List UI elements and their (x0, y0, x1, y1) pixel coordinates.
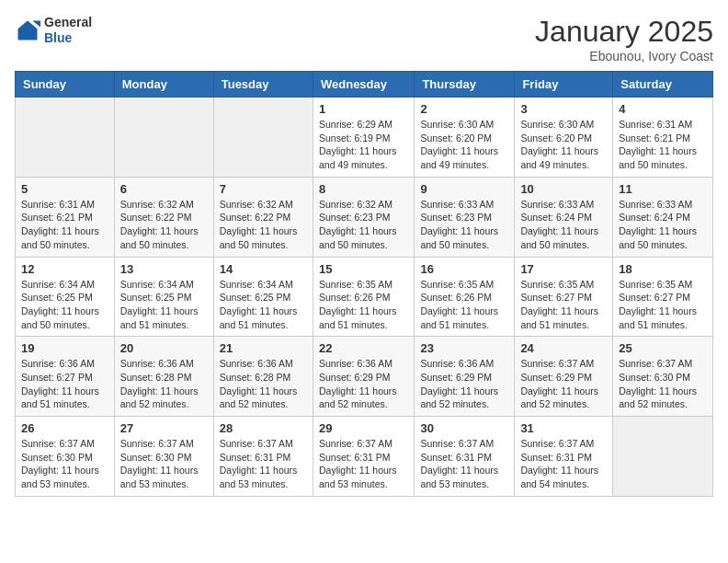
day-number: 31 (520, 421, 607, 435)
day-info: Sunrise: 6:31 AMSunset: 6:21 PMDaylight:… (21, 198, 108, 252)
day-info: Sunrise: 6:36 AMSunset: 6:27 PMDaylight:… (21, 357, 108, 411)
location: Ebounou, Ivory Coast (535, 49, 713, 63)
day-info: Sunrise: 6:30 AMSunset: 6:20 PMDaylight:… (420, 118, 508, 172)
day-info: Sunrise: 6:35 AMSunset: 6:27 PMDaylight:… (619, 278, 707, 332)
day-cell: 26Sunrise: 6:37 AMSunset: 6:30 PMDayligh… (16, 417, 115, 497)
day-number: 24 (520, 341, 607, 355)
day-info: Sunrise: 6:33 AMSunset: 6:24 PMDaylight:… (619, 198, 707, 252)
day-number: 25 (619, 341, 707, 355)
day-number: 16 (420, 262, 508, 276)
day-cell: 9Sunrise: 6:33 AMSunset: 6:23 PMDaylight… (415, 177, 515, 257)
day-number: 2 (420, 102, 508, 116)
day-info: Sunrise: 6:32 AMSunset: 6:22 PMDaylight:… (120, 198, 208, 252)
day-cell: 22Sunrise: 6:36 AMSunset: 6:29 PMDayligh… (313, 337, 414, 417)
day-cell: 15Sunrise: 6:35 AMSunset: 6:26 PMDayligh… (313, 257, 414, 337)
day-number: 18 (619, 262, 707, 276)
day-number: 27 (120, 421, 208, 435)
day-number: 5 (21, 182, 108, 196)
day-info: Sunrise: 6:37 AMSunset: 6:31 PMDaylight:… (520, 437, 607, 491)
page-header: General Blue January 2025 Ebounou, Ivory… (15, 15, 713, 63)
day-info: Sunrise: 6:29 AMSunset: 6:19 PMDaylight:… (319, 118, 408, 172)
day-cell: 13Sunrise: 6:34 AMSunset: 6:25 PMDayligh… (114, 257, 213, 337)
day-number: 6 (120, 182, 208, 196)
day-info: Sunrise: 6:37 AMSunset: 6:30 PMDaylight:… (619, 357, 707, 411)
day-info: Sunrise: 6:37 AMSunset: 6:31 PMDaylight:… (220, 437, 307, 491)
weekday-header-sunday: Sunday (16, 72, 115, 98)
week-row-5: 26Sunrise: 6:37 AMSunset: 6:30 PMDayligh… (16, 417, 713, 497)
weekday-header-wednesday: Wednesday (313, 72, 414, 98)
logo: General Blue (15, 15, 92, 46)
day-cell: 4Sunrise: 6:31 AMSunset: 6:21 PMDaylight… (613, 98, 713, 178)
day-info: Sunrise: 6:30 AMSunset: 6:20 PMDaylight:… (520, 118, 607, 172)
weekday-header-monday: Monday (114, 72, 213, 98)
day-info: Sunrise: 6:37 AMSunset: 6:30 PMDaylight:… (21, 437, 108, 491)
day-cell: 1Sunrise: 6:29 AMSunset: 6:19 PMDaylight… (313, 98, 414, 178)
week-row-4: 19Sunrise: 6:36 AMSunset: 6:27 PMDayligh… (16, 337, 713, 417)
day-cell: 20Sunrise: 6:36 AMSunset: 6:28 PMDayligh… (114, 337, 213, 417)
day-info: Sunrise: 6:36 AMSunset: 6:29 PMDaylight:… (420, 357, 508, 411)
day-info: Sunrise: 6:36 AMSunset: 6:28 PMDaylight:… (120, 357, 208, 411)
day-info: Sunrise: 6:33 AMSunset: 6:23 PMDaylight:… (420, 198, 508, 252)
day-cell: 17Sunrise: 6:35 AMSunset: 6:27 PMDayligh… (515, 257, 613, 337)
day-cell: 24Sunrise: 6:37 AMSunset: 6:29 PMDayligh… (515, 337, 613, 417)
day-number: 26 (21, 421, 108, 435)
day-number: 14 (220, 262, 307, 276)
logo-blue: Blue (44, 30, 92, 46)
day-cell: 11Sunrise: 6:33 AMSunset: 6:24 PMDayligh… (613, 177, 713, 257)
day-cell: 5Sunrise: 6:31 AMSunset: 6:21 PMDaylight… (16, 177, 115, 257)
week-row-1: 1Sunrise: 6:29 AMSunset: 6:19 PMDaylight… (16, 98, 713, 178)
day-cell: 18Sunrise: 6:35 AMSunset: 6:27 PMDayligh… (613, 257, 713, 337)
day-number: 8 (319, 182, 408, 196)
day-number: 1 (319, 102, 408, 116)
day-cell: 16Sunrise: 6:35 AMSunset: 6:26 PMDayligh… (415, 257, 515, 337)
day-info: Sunrise: 6:33 AMSunset: 6:24 PMDaylight:… (520, 198, 607, 252)
day-info: Sunrise: 6:37 AMSunset: 6:31 PMDaylight:… (319, 437, 408, 491)
day-number: 3 (520, 102, 607, 116)
day-info: Sunrise: 6:37 AMSunset: 6:31 PMDaylight:… (420, 437, 508, 491)
day-number: 19 (21, 341, 108, 355)
day-cell: 8Sunrise: 6:32 AMSunset: 6:23 PMDaylight… (313, 177, 414, 257)
day-info: Sunrise: 6:34 AMSunset: 6:25 PMDaylight:… (120, 278, 208, 332)
day-cell: 3Sunrise: 6:30 AMSunset: 6:20 PMDaylight… (515, 98, 613, 178)
day-number: 15 (319, 262, 408, 276)
day-info: Sunrise: 6:37 AMSunset: 6:30 PMDaylight:… (120, 437, 208, 491)
weekday-header-row: SundayMondayTuesdayWednesdayThursdayFrid… (16, 72, 713, 98)
day-number: 12 (21, 262, 108, 276)
day-cell: 2Sunrise: 6:30 AMSunset: 6:20 PMDaylight… (415, 98, 515, 178)
day-number: 9 (420, 182, 508, 196)
weekday-header-tuesday: Tuesday (213, 72, 313, 98)
day-cell (213, 98, 313, 178)
day-number: 30 (420, 421, 508, 435)
day-info: Sunrise: 6:36 AMSunset: 6:29 PMDaylight:… (319, 357, 408, 411)
day-number: 11 (619, 182, 707, 196)
day-info: Sunrise: 6:31 AMSunset: 6:21 PMDaylight:… (619, 118, 707, 172)
day-cell: 31Sunrise: 6:37 AMSunset: 6:31 PMDayligh… (515, 417, 613, 497)
week-row-2: 5Sunrise: 6:31 AMSunset: 6:21 PMDaylight… (16, 177, 713, 257)
day-cell (613, 417, 713, 497)
weekday-header-friday: Friday (515, 72, 613, 98)
weekday-header-saturday: Saturday (613, 72, 713, 98)
day-info: Sunrise: 6:32 AMSunset: 6:23 PMDaylight:… (319, 198, 408, 252)
day-number: 23 (420, 341, 508, 355)
day-info: Sunrise: 6:35 AMSunset: 6:26 PMDaylight:… (319, 278, 408, 332)
day-number: 28 (220, 421, 307, 435)
day-info: Sunrise: 6:35 AMSunset: 6:27 PMDaylight:… (520, 278, 607, 332)
day-cell: 29Sunrise: 6:37 AMSunset: 6:31 PMDayligh… (313, 417, 414, 497)
day-number: 7 (220, 182, 307, 196)
day-cell: 19Sunrise: 6:36 AMSunset: 6:27 PMDayligh… (16, 337, 115, 417)
logo-icon (15, 17, 40, 43)
calendar: SundayMondayTuesdayWednesdayThursdayFrid… (15, 71, 713, 497)
day-number: 20 (120, 341, 208, 355)
logo-general: General (44, 15, 92, 30)
svg-marker-0 (18, 20, 38, 40)
month-title: January 2025 (535, 15, 713, 49)
day-cell: 10Sunrise: 6:33 AMSunset: 6:24 PMDayligh… (515, 177, 613, 257)
day-info: Sunrise: 6:35 AMSunset: 6:26 PMDaylight:… (420, 278, 508, 332)
day-cell: 6Sunrise: 6:32 AMSunset: 6:22 PMDaylight… (114, 177, 213, 257)
day-info: Sunrise: 6:37 AMSunset: 6:29 PMDaylight:… (520, 357, 607, 411)
logo-text: General Blue (44, 15, 92, 46)
day-cell: 7Sunrise: 6:32 AMSunset: 6:22 PMDaylight… (213, 177, 313, 257)
week-row-3: 12Sunrise: 6:34 AMSunset: 6:25 PMDayligh… (16, 257, 713, 337)
day-cell: 25Sunrise: 6:37 AMSunset: 6:30 PMDayligh… (613, 337, 713, 417)
weekday-header-thursday: Thursday (415, 72, 515, 98)
